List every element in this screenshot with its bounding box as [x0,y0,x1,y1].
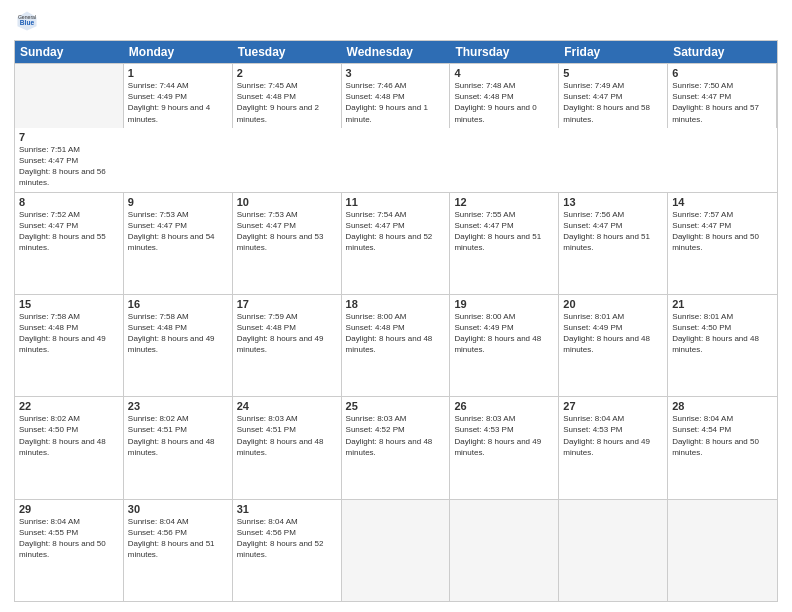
cal-cell-day-16: 16 Sunrise: 7:58 AMSunset: 4:48 PMDaylig… [124,295,233,396]
header: General Blue [14,10,778,32]
day-info: Sunrise: 7:50 AMSunset: 4:47 PMDaylight:… [672,81,759,124]
cal-cell-day-10: 10 Sunrise: 7:53 AMSunset: 4:47 PMDaylig… [233,193,342,294]
cal-cell-day-25: 25 Sunrise: 8:03 AMSunset: 4:52 PMDaylig… [342,397,451,498]
cal-cell-empty [450,500,559,601]
cal-cell-day-24: 24 Sunrise: 8:03 AMSunset: 4:51 PMDaylig… [233,397,342,498]
day-number: 13 [563,196,663,208]
cal-cell-day-30: 30 Sunrise: 8:04 AMSunset: 4:56 PMDaylig… [124,500,233,601]
day-number: 8 [19,196,119,208]
cal-cell-day-12: 12 Sunrise: 7:55 AMSunset: 4:47 PMDaylig… [450,193,559,294]
cal-cell-day-14: 14 Sunrise: 7:57 AMSunset: 4:47 PMDaylig… [668,193,777,294]
cal-cell-day-7: 7 Sunrise: 7:51 AMSunset: 4:47 PMDayligh… [15,128,124,192]
cal-cell-day-18: 18 Sunrise: 8:00 AMSunset: 4:48 PMDaylig… [342,295,451,396]
cal-cell-day-4: 4 Sunrise: 7:48 AMSunset: 4:48 PMDayligh… [450,64,559,128]
day-info: Sunrise: 7:59 AMSunset: 4:48 PMDaylight:… [237,312,324,355]
day-info: Sunrise: 8:01 AMSunset: 4:50 PMDaylight:… [672,312,759,355]
day-number: 29 [19,503,119,515]
day-info: Sunrise: 7:58 AMSunset: 4:48 PMDaylight:… [19,312,106,355]
day-number: 1 [128,67,228,79]
day-number: 5 [563,67,663,79]
day-header-wednesday: Wednesday [342,41,451,63]
day-info: Sunrise: 7:51 AMSunset: 4:47 PMDaylight:… [19,145,106,188]
day-number: 6 [672,67,772,79]
day-info: Sunrise: 8:02 AMSunset: 4:50 PMDaylight:… [19,414,106,457]
calendar-week: 29 Sunrise: 8:04 AMSunset: 4:55 PMDaylig… [15,499,777,601]
day-info: Sunrise: 8:04 AMSunset: 4:56 PMDaylight:… [237,517,324,560]
cal-cell-day-27: 27 Sunrise: 8:04 AMSunset: 4:53 PMDaylig… [559,397,668,498]
cal-cell-day-21: 21 Sunrise: 8:01 AMSunset: 4:50 PMDaylig… [668,295,777,396]
page: General Blue SundayMondayTuesdayWednesda… [0,0,792,612]
cal-cell-day-1: 1 Sunrise: 7:44 AMSunset: 4:49 PMDayligh… [124,64,233,128]
day-number: 15 [19,298,119,310]
day-header-thursday: Thursday [450,41,559,63]
day-info: Sunrise: 7:48 AMSunset: 4:48 PMDaylight:… [454,81,536,124]
day-header-monday: Monday [124,41,233,63]
day-info: Sunrise: 7:53 AMSunset: 4:47 PMDaylight:… [128,210,215,253]
day-info: Sunrise: 7:44 AMSunset: 4:49 PMDaylight:… [128,81,210,124]
cal-cell-day-8: 8 Sunrise: 7:52 AMSunset: 4:47 PMDayligh… [15,193,124,294]
logo: General Blue [14,10,40,32]
day-header-friday: Friday [559,41,668,63]
day-info: Sunrise: 7:57 AMSunset: 4:47 PMDaylight:… [672,210,759,253]
cal-cell-day-3: 3 Sunrise: 7:46 AMSunset: 4:48 PMDayligh… [342,64,451,128]
cal-cell-day-19: 19 Sunrise: 8:00 AMSunset: 4:49 PMDaylig… [450,295,559,396]
cal-cell-day-6: 6 Sunrise: 7:50 AMSunset: 4:47 PMDayligh… [668,64,777,128]
cal-cell-day-23: 23 Sunrise: 8:02 AMSunset: 4:51 PMDaylig… [124,397,233,498]
cal-cell-day-11: 11 Sunrise: 7:54 AMSunset: 4:47 PMDaylig… [342,193,451,294]
calendar-week: 8 Sunrise: 7:52 AMSunset: 4:47 PMDayligh… [15,192,777,294]
calendar-week: 15 Sunrise: 7:58 AMSunset: 4:48 PMDaylig… [15,294,777,396]
day-info: Sunrise: 8:03 AMSunset: 4:51 PMDaylight:… [237,414,324,457]
cal-cell-day-9: 9 Sunrise: 7:53 AMSunset: 4:47 PMDayligh… [124,193,233,294]
day-number: 24 [237,400,337,412]
day-info: Sunrise: 8:00 AMSunset: 4:48 PMDaylight:… [346,312,433,355]
day-info: Sunrise: 8:04 AMSunset: 4:56 PMDaylight:… [128,517,215,560]
day-info: Sunrise: 8:02 AMSunset: 4:51 PMDaylight:… [128,414,215,457]
cal-cell-empty [342,500,451,601]
calendar-week: 1 Sunrise: 7:44 AMSunset: 4:49 PMDayligh… [15,63,777,192]
day-info: Sunrise: 8:04 AMSunset: 4:53 PMDaylight:… [563,414,650,457]
day-number: 27 [563,400,663,412]
day-number: 31 [237,503,337,515]
day-number: 14 [672,196,773,208]
cal-cell-day-13: 13 Sunrise: 7:56 AMSunset: 4:47 PMDaylig… [559,193,668,294]
svg-text:Blue: Blue [20,19,35,26]
day-number: 26 [454,400,554,412]
cal-cell-day-29: 29 Sunrise: 8:04 AMSunset: 4:55 PMDaylig… [15,500,124,601]
cal-cell-day-17: 17 Sunrise: 7:59 AMSunset: 4:48 PMDaylig… [233,295,342,396]
day-number: 22 [19,400,119,412]
day-number: 11 [346,196,446,208]
day-info: Sunrise: 7:45 AMSunset: 4:48 PMDaylight:… [237,81,319,124]
day-info: Sunrise: 8:01 AMSunset: 4:49 PMDaylight:… [563,312,650,355]
day-info: Sunrise: 7:49 AMSunset: 4:47 PMDaylight:… [563,81,650,124]
calendar-header: SundayMondayTuesdayWednesdayThursdayFrid… [15,41,777,63]
calendar-week: 22 Sunrise: 8:02 AMSunset: 4:50 PMDaylig… [15,396,777,498]
day-header-saturday: Saturday [668,41,777,63]
day-info: Sunrise: 8:00 AMSunset: 4:49 PMDaylight:… [454,312,541,355]
day-info: Sunrise: 8:03 AMSunset: 4:53 PMDaylight:… [454,414,541,457]
day-number: 25 [346,400,446,412]
cal-cell-day-2: 2 Sunrise: 7:45 AMSunset: 4:48 PMDayligh… [233,64,342,128]
day-number: 16 [128,298,228,310]
day-number: 3 [346,67,446,79]
day-number: 4 [454,67,554,79]
cal-cell-day-26: 26 Sunrise: 8:03 AMSunset: 4:53 PMDaylig… [450,397,559,498]
day-number: 18 [346,298,446,310]
cal-cell-day-28: 28 Sunrise: 8:04 AMSunset: 4:54 PMDaylig… [668,397,777,498]
day-number: 2 [237,67,337,79]
day-info: Sunrise: 7:53 AMSunset: 4:47 PMDaylight:… [237,210,324,253]
calendar: SundayMondayTuesdayWednesdayThursdayFrid… [14,40,778,602]
day-info: Sunrise: 8:03 AMSunset: 4:52 PMDaylight:… [346,414,433,457]
cal-cell-day-31: 31 Sunrise: 8:04 AMSunset: 4:56 PMDaylig… [233,500,342,601]
day-info: Sunrise: 8:04 AMSunset: 4:55 PMDaylight:… [19,517,106,560]
cal-cell-empty [559,500,668,601]
day-info: Sunrise: 7:58 AMSunset: 4:48 PMDaylight:… [128,312,215,355]
day-number: 23 [128,400,228,412]
day-header-sunday: Sunday [15,41,124,63]
day-number: 28 [672,400,773,412]
day-number: 10 [237,196,337,208]
cal-cell-empty [15,64,124,128]
day-number: 7 [19,131,120,143]
day-info: Sunrise: 7:46 AMSunset: 4:48 PMDaylight:… [346,81,428,124]
day-number: 12 [454,196,554,208]
cal-cell-day-15: 15 Sunrise: 7:58 AMSunset: 4:48 PMDaylig… [15,295,124,396]
